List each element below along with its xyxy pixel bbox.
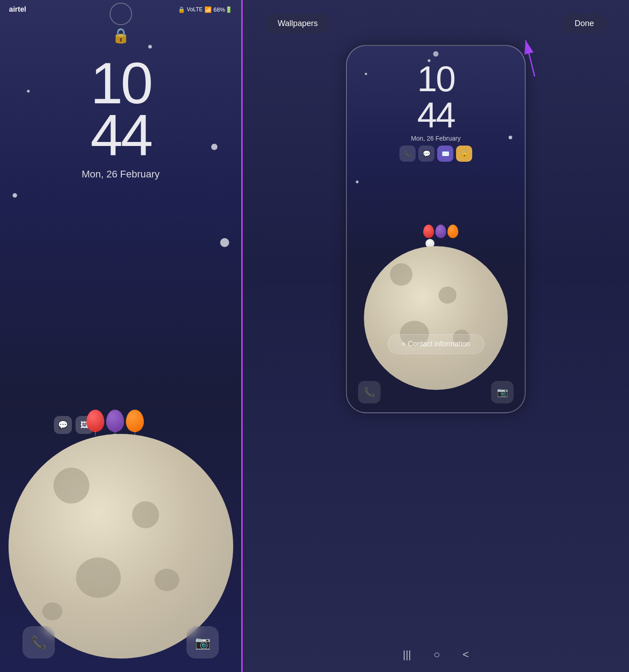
signal-icon: VoLTE xyxy=(187,6,203,13)
balloons xyxy=(86,410,144,432)
preview-dot xyxy=(365,73,367,75)
wifi-icon: 📶 xyxy=(204,6,212,13)
balloon-orange xyxy=(126,410,144,432)
preview-crater-2 xyxy=(439,287,456,304)
right-panel: Wallpapers Done 10 44 Mon, 26 February 📞 xyxy=(243,0,629,672)
contact-info-button[interactable]: + Contact information xyxy=(388,334,484,354)
preview-bottom-nav: 📞 📷 xyxy=(347,381,525,403)
gesture-back-icon: < xyxy=(463,648,469,661)
preview-quick-actions: 📞 💬 ✉️ 🔒 xyxy=(347,146,525,162)
preview-camera-nav[interactable]: 📷 xyxy=(491,381,514,403)
decoration-dot xyxy=(13,193,17,198)
pqa-lock-icon[interactable]: 🔒 xyxy=(456,146,472,162)
preview-dot xyxy=(509,136,512,139)
camera-nav-icon[interactable]: 📷 xyxy=(186,626,219,659)
lock-status-icon: 🔒 xyxy=(178,6,185,13)
preview-dot xyxy=(356,181,359,183)
battery-icon: 68%🔋 xyxy=(213,6,232,13)
done-button[interactable]: Done xyxy=(562,13,607,34)
moon-crater-4 xyxy=(155,569,179,591)
preview-date: Mon, 26 February xyxy=(347,135,525,142)
preview-balloon-purple xyxy=(435,225,446,238)
gesture-circle-icon: ○ xyxy=(434,648,440,661)
decoration-dot xyxy=(211,144,217,150)
left-phone-panel: airtel 🔒 VoLTE 📶 68%🔋 🔒 10 44 Mon, 26 Fe… xyxy=(0,0,243,672)
lock-icon: 🔒 xyxy=(112,27,130,44)
preview-phone-nav[interactable]: 📞 xyxy=(358,381,381,403)
right-top-bar: Wallpapers Done xyxy=(243,0,629,38)
gesture-bar: ||| ○ < xyxy=(403,648,469,661)
decoration-dot xyxy=(148,45,152,49)
preview-moon xyxy=(364,246,508,390)
pqa-mail-icon[interactable]: ✉️ xyxy=(437,146,453,162)
preview-clock-minute: 44 xyxy=(347,97,525,133)
svg-line-1 xyxy=(526,40,535,76)
bottom-nav: 📞 📷 xyxy=(0,626,241,659)
preview-clock-hour: 10 xyxy=(347,61,525,97)
clock-date: Mon, 26 February xyxy=(82,168,160,180)
phone-preview-frame: 10 44 Mon, 26 February 📞 💬 ✉️ 🔒 xyxy=(346,45,526,413)
moon-crater-5 xyxy=(42,602,62,620)
preview-dot xyxy=(428,59,430,62)
balloon-purple xyxy=(106,410,124,432)
balloon-red xyxy=(86,410,104,432)
preview-notch xyxy=(433,51,439,57)
preview-crater-1 xyxy=(390,263,412,286)
moon-crater-1 xyxy=(53,468,89,504)
clock-minute: 44 xyxy=(90,106,151,164)
chat-widget-icon: 💬 xyxy=(54,416,72,434)
pqa-message-icon[interactable]: 💬 xyxy=(418,146,434,162)
wallpapers-button[interactable]: Wallpapers xyxy=(265,13,330,34)
preview-balloon-orange xyxy=(447,225,458,238)
status-icons: 🔒 VoLTE 📶 68%🔋 xyxy=(178,6,232,13)
status-bar: airtel 🔒 VoLTE 📶 68%🔋 xyxy=(0,0,241,16)
preview-balloons xyxy=(423,225,458,238)
decoration-dot xyxy=(220,238,229,247)
preview-balloon-red xyxy=(423,225,434,238)
moon xyxy=(9,434,233,659)
moon-crater-2 xyxy=(132,501,159,528)
phone-nav-icon[interactable]: 📞 xyxy=(22,626,55,659)
moon-crater-3 xyxy=(76,557,121,598)
pqa-phone-icon[interactable]: 📞 xyxy=(399,146,416,162)
carrier-name: airtel xyxy=(9,5,26,13)
gesture-lines-icon: ||| xyxy=(403,648,411,661)
decoration-dot xyxy=(27,90,30,93)
camera-cutout xyxy=(110,3,132,25)
